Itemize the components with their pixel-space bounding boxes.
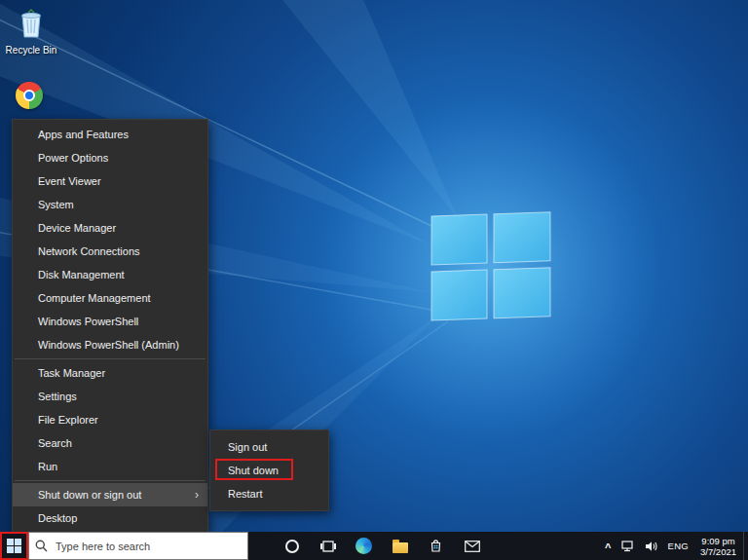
chrome-shortcut[interactable] bbox=[0, 82, 60, 109]
submenu-item-label: Shut down bbox=[228, 465, 279, 476]
menu-item-run[interactable]: Run bbox=[13, 455, 207, 478]
network-button[interactable] bbox=[617, 532, 640, 560]
menu-item-disk-management[interactable]: Disk Management bbox=[13, 263, 207, 286]
clock[interactable]: 9:09 pm 3/7/2021 bbox=[693, 532, 743, 560]
file-explorer-button[interactable] bbox=[382, 532, 418, 560]
mail-button[interactable] bbox=[454, 532, 490, 560]
menu-item-network-connections[interactable]: Network Connections bbox=[13, 240, 207, 263]
submenu-item-sign-out[interactable]: Sign out bbox=[210, 435, 328, 459]
submenu-item-restart[interactable]: Restart bbox=[210, 482, 328, 505]
file-explorer-icon bbox=[393, 542, 408, 553]
network-icon bbox=[621, 541, 635, 552]
chevron-up-icon: ^ bbox=[605, 541, 611, 553]
menu-item-computer-management[interactable]: Computer Management bbox=[13, 286, 207, 310]
menu-item-task-manager[interactable]: Task Manager bbox=[13, 361, 207, 385]
taskbar-search[interactable] bbox=[28, 532, 248, 560]
edge-button[interactable] bbox=[346, 532, 382, 560]
search-icon bbox=[35, 540, 48, 552]
speaker-icon bbox=[645, 541, 658, 552]
menu-item-search[interactable]: Search bbox=[13, 431, 207, 455]
cortana-button[interactable] bbox=[274, 532, 310, 560]
chrome-icon bbox=[16, 82, 43, 109]
menu-item-power-options[interactable]: Power Options bbox=[13, 146, 207, 169]
store-button[interactable] bbox=[418, 532, 454, 560]
clock-date: 3/7/2021 bbox=[700, 546, 736, 557]
winx-menu: Apps and Features Power Options Event Vi… bbox=[12, 119, 208, 534]
mail-icon bbox=[465, 541, 480, 552]
edge-icon bbox=[355, 538, 372, 554]
taskbar: ^ ENG 9:09 pm 3/7/2021 bbox=[0, 532, 748, 560]
cortana-icon bbox=[285, 540, 299, 553]
recycle-bin-icon bbox=[17, 8, 46, 43]
menu-item-shut-down-or-sign-out[interactable]: Shut down or sign out › bbox=[13, 483, 207, 506]
task-view-icon bbox=[320, 540, 336, 553]
recycle-bin-shortcut[interactable]: Recycle Bin bbox=[0, 8, 62, 56]
menu-item-device-manager[interactable]: Device Manager bbox=[13, 216, 207, 240]
volume-button[interactable] bbox=[640, 532, 663, 560]
tray-overflow-button[interactable]: ^ bbox=[600, 533, 616, 560]
menu-item-label: Shut down or sign out bbox=[38, 489, 141, 501]
task-view-button[interactable] bbox=[310, 532, 346, 560]
menu-item-windows-powershell-admin[interactable]: Windows PowerShell (Admin) bbox=[13, 333, 207, 356]
menu-separator bbox=[15, 358, 206, 359]
menu-item-file-explorer[interactable]: File Explorer bbox=[13, 408, 207, 431]
submenu-item-shut-down[interactable]: Shut down bbox=[210, 459, 328, 482]
submenu-chevron-icon: › bbox=[195, 483, 199, 506]
taskbar-icons bbox=[274, 532, 490, 560]
menu-item-windows-powershell[interactable]: Windows PowerShell bbox=[13, 310, 207, 333]
store-icon bbox=[429, 539, 443, 553]
search-input[interactable] bbox=[54, 540, 242, 553]
system-tray: ^ ENG 9:09 pm 3/7/2021 bbox=[600, 532, 748, 560]
windows-desktop: Recycle Bin Apps and Features Power Opti… bbox=[0, 0, 748, 560]
start-button[interactable] bbox=[0, 532, 28, 560]
clock-time: 9:09 pm bbox=[701, 536, 734, 546]
shutdown-submenu: Sign out Shut down Restart bbox=[209, 429, 329, 511]
menu-item-settings[interactable]: Settings bbox=[13, 385, 207, 408]
recycle-bin-label: Recycle Bin bbox=[6, 45, 57, 56]
menu-item-apps-and-features[interactable]: Apps and Features bbox=[13, 123, 207, 146]
menu-item-event-viewer[interactable]: Event Viewer bbox=[13, 169, 207, 193]
language-label: ENG bbox=[668, 541, 690, 551]
show-desktop-button[interactable] bbox=[743, 532, 748, 560]
menu-item-desktop[interactable]: Desktop bbox=[13, 506, 207, 530]
menu-separator bbox=[15, 480, 206, 481]
language-indicator[interactable]: ENG bbox=[663, 532, 694, 560]
menu-item-system[interactable]: System bbox=[13, 193, 207, 216]
windows-start-icon bbox=[7, 539, 21, 553]
